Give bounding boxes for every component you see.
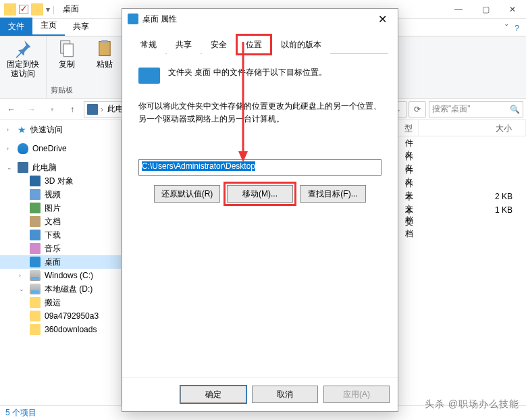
forward-button[interactable]: → <box>23 101 41 118</box>
onedrive-icon <box>18 143 28 154</box>
properties-dialog: 桌面 属性 ✕ 常规 共享 安全 位置 以前的版本 文件夹 桌面 中的文件存储于… <box>122 8 398 412</box>
tab-general[interactable]: 常规 <box>132 35 165 54</box>
folder-icon <box>30 297 41 308</box>
move-button[interactable]: 移动(M)... <box>227 185 293 203</box>
dialog-footer: 确定 取消 应用(A) <box>122 377 398 411</box>
desktop-icon <box>30 257 41 267</box>
tab-security[interactable]: 安全 <box>202 35 236 54</box>
ok-button[interactable]: 确定 <box>180 386 246 403</box>
pictures-icon <box>30 203 41 213</box>
nav-documents[interactable]: 文档 <box>0 215 121 228</box>
paste-button[interactable]: 粘贴 <box>88 39 121 69</box>
maximize-button[interactable]: ▢ <box>472 0 499 19</box>
drive-icon <box>30 284 41 294</box>
svg-rect-1 <box>63 44 73 57</box>
refresh-button[interactable]: ⟳ <box>409 101 426 117</box>
desktop-icon <box>128 14 138 24</box>
restore-default-button[interactable]: 还原默认值(R) <box>154 185 220 203</box>
nav-folder[interactable]: 360downloads <box>0 323 121 336</box>
downloads-icon <box>30 230 41 240</box>
dialog-title: 桌面 属性 <box>138 14 372 25</box>
location-description-2: 你可以将此文件夹中文件存储的位置更改为此硬盘上的另一个位置、另一个驱动器或网络上… <box>138 100 382 126</box>
copy-button[interactable]: 复制 <box>51 39 83 69</box>
search-input[interactable]: 搜索"桌面" 🔍 <box>429 101 523 117</box>
tab-file[interactable]: 文件 <box>0 18 32 36</box>
watermark: 头杀 @职场办么技能 <box>425 398 519 411</box>
nav-drive-d[interactable]: ⌄本地磁盘 (D:) <box>0 282 121 296</box>
desktop-large-icon <box>138 68 160 84</box>
pc-icon <box>18 162 28 173</box>
group-pin: 固定到快 速访问 <box>0 36 47 98</box>
pin-button[interactable]: 固定到快 速访问 <box>7 39 39 79</box>
nav-onedrive[interactable]: ›OneDrive <box>0 142 121 155</box>
dialog-close-button[interactable]: ✕ <box>372 9 392 29</box>
dialog-tabs: 常规 共享 安全 位置 以前的版本 <box>132 34 388 54</box>
col-size[interactable]: 大小 <box>419 120 526 136</box>
nav-drive-c[interactable]: ›Windows (C:) <box>0 269 121 282</box>
copy-icon <box>57 39 76 58</box>
tab-share[interactable]: 共享 <box>65 18 97 36</box>
ribbon-caret-icon[interactable]: ˇ <box>505 24 508 33</box>
folder-icon <box>4 3 16 16</box>
nav-downloads[interactable]: 下载 <box>0 228 121 242</box>
nav-this-pc[interactable]: ⌄此电脑 <box>0 161 121 174</box>
folder-icon <box>30 311 41 321</box>
find-target-button[interactable]: 查找目标(F)... <box>300 185 366 203</box>
recent-button[interactable]: ▾ <box>43 101 61 118</box>
cancel-button[interactable]: 取消 <box>252 386 318 403</box>
tab-location[interactable]: 位置 <box>237 35 271 54</box>
minimize-button[interactable]: — <box>445 0 472 19</box>
nav-3d[interactable]: 3D 对象 <box>0 174 121 188</box>
nav-folder[interactable]: 搬运 <box>0 296 121 309</box>
threed-icon <box>30 176 41 186</box>
back-button[interactable]: ← <box>3 101 20 118</box>
svg-rect-3 <box>101 40 107 43</box>
folder-icon <box>31 3 43 16</box>
clipboard-caption: 剪贴板 <box>51 85 73 95</box>
svg-rect-2 <box>99 42 110 56</box>
help-icon[interactable]: ? <box>515 24 519 33</box>
video-icon <box>30 189 41 200</box>
status-count: 5 个项目 <box>5 407 36 419</box>
pin-icon <box>14 39 32 58</box>
paste-icon <box>95 39 114 58</box>
pc-icon <box>87 104 98 115</box>
nav-music[interactable]: 音乐 <box>0 242 121 255</box>
apply-button[interactable]: 应用(A) <box>323 386 390 403</box>
chevron-icon: › <box>101 105 103 114</box>
tab-share[interactable]: 共享 <box>167 35 201 54</box>
search-icon: 🔍 <box>510 105 520 114</box>
location-description-1: 文件夹 桌面 中的文件存储于以下目标位置。 <box>168 66 327 79</box>
location-path-input[interactable]: C:\Users\Administrator\Desktop <box>138 159 382 176</box>
up-button[interactable]: ↑ <box>63 101 81 118</box>
dialog-titlebar[interactable]: 桌面 属性 ✕ <box>122 9 398 29</box>
tab-home[interactable]: 主页 <box>32 16 65 36</box>
documents-icon <box>30 216 41 227</box>
nav-pane[interactable]: ›★快速访问 ›OneDrive ⌄此电脑 3D 对象 视频 图片 文档 下载 … <box>0 120 122 405</box>
close-button[interactable]: ✕ <box>499 0 526 19</box>
nav-quick-access[interactable]: ›★快速访问 <box>0 123 121 136</box>
nav-folder[interactable]: 09a4792950a3 <box>0 309 121 323</box>
nav-desktop[interactable]: 桌面 <box>0 255 121 269</box>
qat-check-icon[interactable] <box>19 5 28 14</box>
star-icon: ★ <box>18 125 26 134</box>
drive-icon <box>30 270 41 281</box>
tab-previous[interactable]: 以前的版本 <box>272 35 330 54</box>
music-icon <box>30 243 41 254</box>
nav-video[interactable]: 视频 <box>0 188 121 201</box>
nav-pictures[interactable]: 图片 <box>0 201 121 215</box>
qat-dropdown-icon[interactable]: ▾ <box>46 5 50 14</box>
folder-icon <box>30 324 41 335</box>
